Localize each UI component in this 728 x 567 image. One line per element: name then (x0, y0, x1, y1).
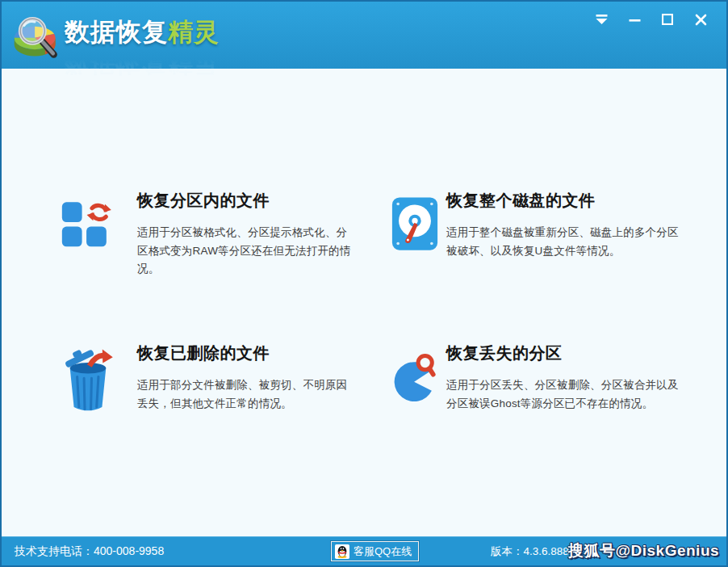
option-title: 恢复丢失的分区 (446, 343, 685, 363)
option-recover-whole-disk-files[interactable]: 恢复整个磁盘的文件 适用于整个磁盘被重新分区、磁盘上的多个分区被破坏、以及恢复U… (390, 189, 698, 310)
option-title: 恢复已删除的文件 (137, 343, 357, 363)
window-controls (593, 12, 709, 27)
option-recover-deleted-files[interactable]: 恢复已删除的文件 适用于部分文件被删除、被剪切、不明原因丢失，但其他文件正常的情… (61, 342, 370, 463)
title-bar: 数据恢复精灵 数据恢复精灵 (2, 2, 726, 69)
sohu-watermark: 搜狐号@DiskGenius (568, 540, 719, 561)
version-label: 版本：4.3.6.888 (491, 537, 569, 565)
option-recover-partition-files[interactable]: 恢复分区内的文件 适用于分区被格式化、分区提示格式化、分区格式变为RAW等分区还… (61, 189, 369, 310)
close-icon[interactable] (692, 12, 709, 27)
app-title: 数据恢复精灵 数据恢复精灵 (65, 19, 220, 50)
qq-penguin-icon (335, 544, 349, 559)
pie-search-icon (391, 344, 438, 414)
app-title-text: 数据恢复 (65, 18, 168, 46)
qq-button-label: 客服QQ在线 (354, 544, 412, 559)
app-title-reflection: 数据恢复精灵 (65, 45, 220, 77)
partition-refresh-icon (61, 196, 114, 250)
app-logo-icon (10, 6, 63, 65)
qq-support-button[interactable]: 客服QQ在线 (331, 541, 419, 561)
minimize-icon[interactable] (626, 12, 642, 27)
option-title: 恢复分区内的文件 (137, 191, 355, 211)
app-window: 数据恢复精灵 数据恢复精灵 (0, 0, 728, 567)
maximize-icon[interactable] (659, 12, 676, 27)
option-description: 适用于分区被格式化、分区提示格式化、分区格式变为RAW等分区还在但无法打开的情况… (137, 224, 355, 279)
option-description: 适用于整个磁盘被重新分区、磁盘上的多个分区被破坏、以及恢复U盘文件等情况。 (446, 224, 685, 260)
menu-dropdown-icon[interactable] (593, 12, 609, 27)
option-description: 适用于部分文件被删除、被剪切、不明原因丢失，但其他文件正常的情况。 (137, 376, 357, 413)
disk-icon (391, 195, 438, 252)
option-recover-lost-partition[interactable]: 恢复丢失的分区 适用于分区丢失、分区被删除、分区被合并以及分区被误Ghost等源… (390, 342, 698, 463)
option-title: 恢复整个磁盘的文件 (446, 191, 685, 211)
trash-recover-icon (61, 343, 115, 416)
status-bar: 技术支持电话：400-008-9958 客服QQ在线 版本：4.3.6.888 … (2, 536, 726, 565)
app-title-accent: 精灵 (168, 18, 220, 46)
support-phone-label: 技术支持电话：400-008-9958 (15, 537, 164, 565)
option-description: 适用于分区丢失、分区被删除、分区被合并以及分区被误Ghost等源分区已不存在的情… (446, 376, 685, 413)
